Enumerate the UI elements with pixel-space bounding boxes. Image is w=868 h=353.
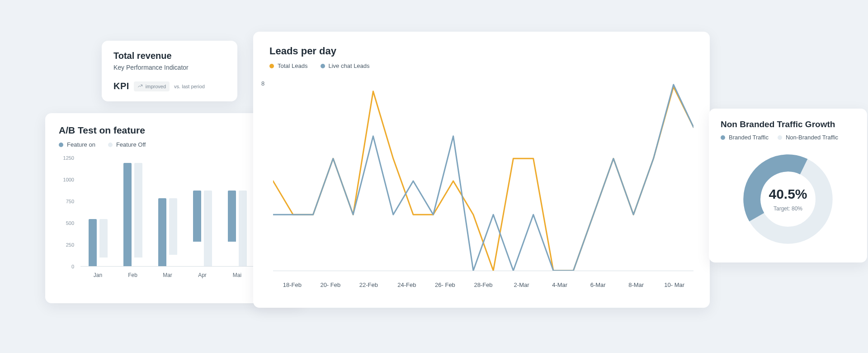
kpi-title: Total revenue: [113, 51, 226, 61]
legend-label: Non-Branded Traffic: [786, 134, 838, 141]
donut-center: 40.5% Target: 80%: [741, 152, 835, 247]
ab-x-tick: Mai: [220, 272, 255, 278]
donut-value: 40.5%: [769, 186, 807, 202]
legend-dot-icon: [721, 135, 725, 140]
kpi-row: KPI improved vs. last period: [113, 81, 226, 91]
bar: [239, 191, 247, 266]
ab-x-tick: Jan: [80, 272, 115, 278]
leads-x-tick: 22-Feb: [349, 281, 388, 288]
legend-item-live-chat-leads: Live chat Leads: [321, 62, 370, 69]
kpi-improved-badge: improved: [134, 81, 170, 91]
leads-plot-area: [273, 80, 693, 271]
leads-x-tick: 2-Mar: [502, 281, 541, 288]
leads-title: Leads per day: [269, 45, 693, 57]
legend-item-non-branded: Non-Branded Traffic: [778, 134, 838, 141]
bar: [89, 219, 97, 266]
kpi-big-label: KPI: [113, 81, 129, 91]
kpi-subtitle: Key Performance Indicator: [113, 64, 226, 71]
legend-label: Live chat Leads: [329, 62, 370, 69]
bar-group: [154, 198, 181, 266]
traffic-growth-legend: Branded Traffic Non-Branded Traffic: [721, 134, 855, 141]
bar: [134, 163, 142, 258]
leads-x-tick: 24-Feb: [388, 281, 426, 288]
bar: [99, 219, 108, 257]
donut-target: Target: 80%: [774, 205, 802, 212]
leads-x-axis: 18-Feb20- Feb22-Feb24-Feb26- Feb28-Feb2-…: [273, 281, 693, 288]
bar-group: [119, 163, 146, 266]
ab-y-axis: 025050075010001250: [59, 158, 77, 267]
legend-item-total-leads: Total Leads: [269, 62, 308, 69]
ab-y-tick: 500: [66, 220, 74, 226]
trend-up-icon: [137, 83, 143, 90]
bar: [123, 163, 132, 266]
leads-chart: 8 18-Feb20- Feb22-Feb24-Feb26- Feb28-Feb…: [269, 80, 693, 288]
bar: [228, 191, 236, 242]
ab-y-tick: 250: [66, 242, 74, 248]
leads-legend: Total Leads Live chat Leads: [269, 62, 693, 69]
legend-dot-icon: [59, 143, 63, 147]
ab-x-tick: Feb: [115, 272, 150, 278]
legend-label: Branded Traffic: [729, 134, 769, 141]
kpi-vs-text: vs. last period: [174, 84, 205, 89]
legend-label: Total Leads: [278, 62, 308, 69]
bar: [204, 191, 212, 266]
ab-x-tick: Mar: [150, 272, 185, 278]
bar: [193, 191, 201, 242]
ab-y-tick: 750: [66, 199, 74, 204]
legend-dot-icon: [778, 135, 782, 140]
legend-item-feature-on: Feature on: [59, 141, 95, 148]
kpi-badge-text: improved: [146, 84, 166, 89]
legend-label: Feature Off: [116, 141, 146, 148]
line-series: [273, 85, 693, 271]
legend-dot-icon: [108, 143, 113, 147]
legend-label: Feature on: [67, 141, 95, 148]
ab-y-tick: 1250: [63, 155, 74, 161]
leads-x-tick: 26- Feb: [426, 281, 464, 288]
leads-x-tick: 28-Feb: [464, 281, 503, 288]
traffic-growth-donut: 40.5% Target: 80%: [741, 152, 835, 247]
leads-x-tick: 4-Mar: [541, 281, 579, 288]
legend-dot-icon: [321, 64, 325, 68]
leads-y-tick: 8: [261, 80, 264, 87]
leads-x-tick: 10- Mar: [655, 281, 693, 288]
leads-card: Leads per day Total Leads Live chat Lead…: [253, 32, 710, 308]
leads-x-tick: 20- Feb: [311, 281, 350, 288]
bar: [158, 198, 166, 266]
leads-x-tick: 8-Mar: [617, 281, 656, 288]
legend-item-feature-off: Feature Off: [108, 141, 146, 148]
traffic-growth-card: Non Branded Traffic Growth Branded Traff…: [709, 109, 867, 262]
ab-y-tick: 0: [71, 264, 74, 269]
bar: [169, 198, 177, 255]
bar-group: [189, 191, 216, 266]
leads-x-tick: 18-Feb: [273, 281, 311, 288]
leads-x-tick: 6-Mar: [579, 281, 617, 288]
bar-group: [85, 219, 112, 266]
bar-group: [224, 191, 251, 266]
legend-dot-icon: [269, 64, 274, 68]
legend-item-branded: Branded Traffic: [721, 134, 769, 141]
ab-y-tick: 1000: [63, 177, 74, 182]
kpi-card: Total revenue Key Performance Indicator …: [102, 41, 237, 101]
traffic-growth-title: Non Branded Traffic Growth: [721, 119, 855, 129]
ab-x-tick: Apr: [185, 272, 220, 278]
